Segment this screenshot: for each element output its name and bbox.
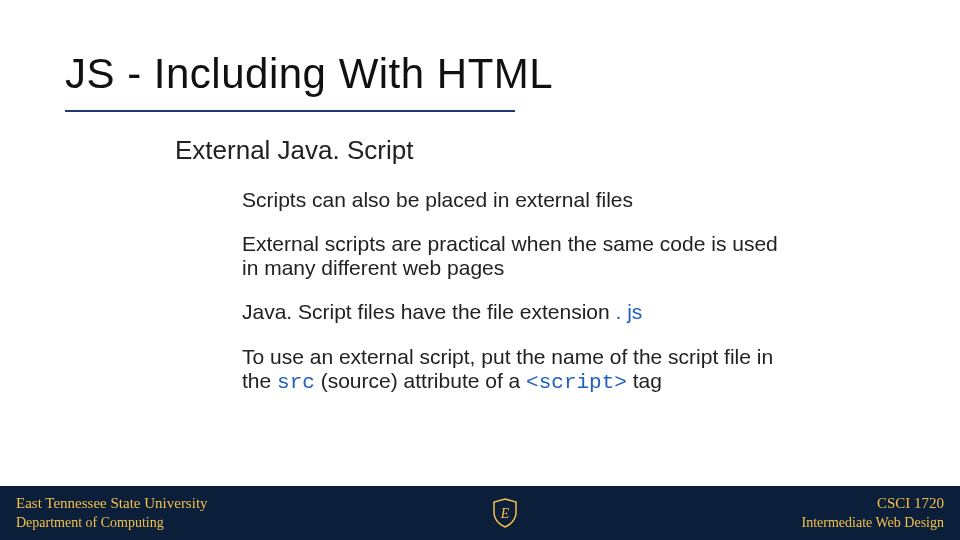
body-paragraph-3: Java. Script files have the file extensi… bbox=[242, 300, 782, 324]
logo-letter: E bbox=[499, 506, 509, 521]
body-paragraph-1: Scripts can also be placed in external f… bbox=[242, 188, 782, 212]
src-attribute: src bbox=[277, 371, 315, 394]
body-p4-c: tag bbox=[627, 369, 662, 392]
footer-logo: E bbox=[492, 498, 518, 528]
body-p3-text: Java. Script files have the file extensi… bbox=[242, 300, 616, 323]
body-p4-b: (source) attribute of a bbox=[315, 369, 526, 392]
body-paragraph-4: To use an external script, put the name … bbox=[242, 345, 782, 395]
js-extension: . js bbox=[616, 300, 643, 323]
slide-title: JS - Including With HTML bbox=[65, 50, 553, 98]
footer-course-code: CSCI 1720 bbox=[802, 494, 944, 514]
footer-left: East Tennessee State University Departme… bbox=[16, 494, 208, 532]
slide-subtitle: External Java. Script bbox=[175, 135, 413, 166]
title-underline bbox=[65, 110, 515, 112]
shield-icon: E bbox=[492, 498, 518, 528]
script-tag: <script> bbox=[526, 371, 627, 394]
body-paragraph-2: External scripts are practical when the … bbox=[242, 232, 782, 280]
footer-course-name: Intermediate Web Design bbox=[802, 514, 944, 532]
slide-body: Scripts can also be placed in external f… bbox=[242, 188, 782, 415]
footer-department: Department of Computing bbox=[16, 514, 208, 532]
footer-right: CSCI 1720 Intermediate Web Design bbox=[802, 494, 944, 532]
slide-footer: East Tennessee State University Departme… bbox=[0, 486, 960, 540]
footer-university: East Tennessee State University bbox=[16, 494, 208, 514]
